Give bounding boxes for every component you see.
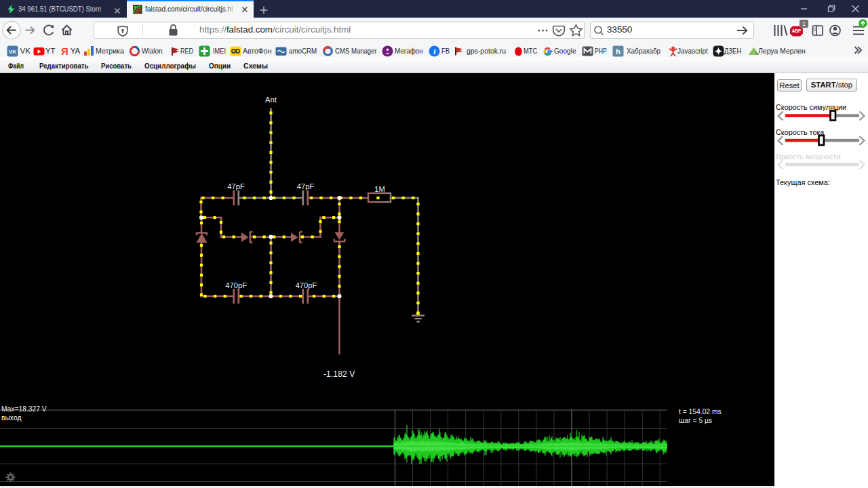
svg-text:f: f (434, 47, 437, 56)
svg-text:Я: Я (61, 45, 68, 57)
svg-text:h: h (616, 47, 620, 56)
svg-text:Ant: Ant (265, 95, 277, 103)
svg-text:Max=18.327 V: Max=18.327 V (1, 405, 47, 413)
svg-text:выход: выход (1, 414, 21, 422)
svg-text:VK: VK (9, 49, 16, 55)
svg-text:1: 1 (802, 20, 806, 27)
svg-text:47pF: 47pF (227, 182, 245, 190)
svg-text:t = 154.02 ms: t = 154.02 ms (679, 408, 722, 415)
svg-text:470pF: 470pF (225, 281, 247, 289)
svg-text:47pF: 47pF (297, 182, 315, 190)
svg-text:1M: 1M (374, 184, 385, 192)
svg-text:-1.182 V: -1.182 V (323, 369, 355, 379)
svg-text:470pF: 470pF (296, 281, 317, 289)
svg-text:ABP: ABP (792, 28, 802, 33)
svg-text:шаг = 5 µs: шаг = 5 µs (679, 417, 712, 424)
